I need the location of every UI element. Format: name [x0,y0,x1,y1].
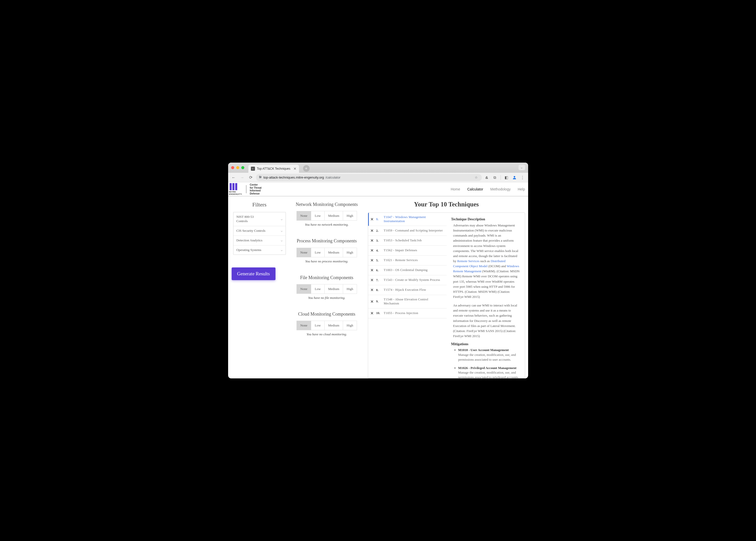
remove-technique-icon[interactable]: ✕ [370,299,374,304]
level-button-none[interactable]: None [297,211,311,220]
level-button-none[interactable]: None [297,248,311,257]
extensions-icon[interactable]: ⧉ [492,174,499,181]
nav-home[interactable]: Home [451,187,460,191]
link-remote-services[interactable]: Remote Services [457,259,480,263]
filters-title: Filters [233,201,286,208]
technique-name: T1053 - Scheduled Task/Job [384,239,445,243]
remove-technique-icon[interactable]: ✕ [370,258,374,263]
level-button-high[interactable]: High [343,284,357,293]
tab-close-icon[interactable]: ✕ [293,167,296,171]
nav-reload-icon[interactable]: ⟳ [247,174,254,181]
remove-technique-icon[interactable]: ✕ [370,238,374,243]
technique-row[interactable]: ✕9.T1548 - Abuse Elevation Control Mecha… [368,295,447,308]
component-title: Cloud Monitoring Components [291,311,362,317]
technique-rank: 4. [376,249,382,253]
remove-technique-icon[interactable]: ✕ [370,217,374,222]
remove-technique-icon[interactable]: ✕ [370,278,374,282]
technique-rank: 1. [376,217,382,221]
technique-name: T1562 - Impair Defenses [384,249,445,253]
filter-cis[interactable]: CIS Security Controls ⌵ [233,226,286,236]
svg-point-3 [259,176,260,177]
level-button-high[interactable]: High [343,211,357,220]
side-panel-icon[interactable]: ◧ [503,174,510,181]
technique-row[interactable]: ✕3.T1053 - Scheduled Task/Job [368,236,447,246]
component-title: Process Monitoring Components [291,238,362,244]
filter-os[interactable]: Operating Systems ⌵ [233,246,286,255]
logo-area[interactable]: MITREENGENUITY. Center for Threat Inform… [229,183,262,195]
filter-label: Detection Analytics [236,238,262,243]
level-button-low[interactable]: Low [311,284,325,293]
technique-row[interactable]: ✕5.T1021 - Remote Services [368,256,447,266]
technique-row[interactable]: ✕2.T1059 - Command and Scripting Interpr… [368,226,447,236]
url-bar: ← → ⟳ top-attack-techniques.mitre-engenu… [228,173,528,182]
level-button-high[interactable]: High [343,321,357,330]
technique-rank: 2. [376,229,382,233]
component-section: Cloud Monitoring ComponentsNoneLowMedium… [291,311,362,336]
extension-amp-icon[interactable]: & [483,174,491,181]
tab-favicon: ≡ [251,167,255,171]
bookmark-star-icon[interactable]: ☆ [475,176,478,179]
remove-technique-icon[interactable]: ✕ [370,248,374,253]
level-button-none[interactable]: None [297,284,311,293]
technique-name: T1021 - Remote Services [384,259,445,263]
profile-avatar-icon[interactable] [511,174,518,181]
filter-detection[interactable]: Detection Analytics ⌵ [233,236,286,246]
level-button-low[interactable]: Low [311,248,325,257]
nav-back-icon[interactable]: ← [230,174,237,181]
level-button-group: NoneLowMediumHigh [296,284,357,294]
component-section: File Monitoring ComponentsNoneLowMediumH… [291,274,362,300]
level-button-medium[interactable]: Medium [325,321,343,330]
technique-row[interactable]: ✕4.T1562 - Impair Defenses [368,246,447,256]
level-button-none[interactable]: None [297,321,311,330]
generate-results-button[interactable]: Generate Results [232,268,275,280]
level-button-medium[interactable]: Medium [325,211,343,220]
address-bar[interactable]: top-attack-techniques.mitre-engenuity.or… [256,174,482,181]
chevron-down-icon: ⌵ [281,248,282,252]
component-caption: You have no file monitoring. [291,296,362,300]
technique-row[interactable]: ✕6.T1003 - OS Credential Dumping [368,266,447,275]
component-caption: You have no cloud monitoring. [291,332,362,336]
level-button-low[interactable]: Low [311,321,325,330]
technique-rank: 9. [376,299,382,303]
url-path: /calculator [325,176,340,179]
mitigation-body: Manage the creation, modification, use, … [458,353,516,361]
logo-divider [246,185,246,193]
filter-nist[interactable]: NIST 800-53 Controls ⌵ [233,212,286,226]
technique-row[interactable]: ✕1.T1047 - Windows Management Instrument… [368,213,447,226]
nav-methodology[interactable]: Methodology [491,187,511,191]
nav-forward-icon[interactable]: → [239,174,246,181]
level-button-medium[interactable]: Medium [325,284,343,293]
remove-technique-icon[interactable]: ✕ [370,311,374,315]
remove-technique-icon[interactable]: ✕ [370,229,374,233]
nav-calculator[interactable]: Calculator [467,187,483,191]
window-maximize[interactable] [241,166,244,169]
tabs-dropdown-icon[interactable]: ⌵ [519,165,525,170]
browser-tab[interactable]: ≡ Top ATT&CK Techniques ✕ [248,165,299,173]
mitigation-item: M1018 - User Account ManagementManage th… [458,348,520,362]
level-button-high[interactable]: High [343,248,357,257]
svg-point-5 [259,178,260,178]
toolbar-divider [501,175,501,180]
menu-dots-icon[interactable]: ⋮ [519,174,526,181]
technique-name: T1055 - Process Injection [384,311,445,315]
mitigation-body: Manage the creation, modification, use, … [458,370,519,378]
remove-technique-icon[interactable]: ✕ [370,268,374,272]
mitigation-head: M1018 - User Account Management [458,348,520,352]
browser-window: ≡ Top ATT&CK Techniques ✕ + ⌵ ← → ⟳ top-… [228,163,528,378]
detail-paragraph-2: An adversary can use WMI to interact wit… [451,303,520,339]
technique-row[interactable]: ✕8.T1574 - Hijack Execution Flow [368,285,447,295]
detail-heading: Technique Description [451,217,520,222]
window-minimize[interactable] [236,166,239,169]
technique-row[interactable]: ✕10.T1055 - Process Injection [368,308,447,318]
site-tune-icon[interactable] [258,175,262,180]
level-button-low[interactable]: Low [311,211,325,220]
technique-rank: 8. [376,288,382,292]
mitre-logo-icon [229,183,242,190]
level-button-medium[interactable]: Medium [325,248,343,257]
new-tab-button[interactable]: + [303,165,310,172]
nav-help[interactable]: Help [518,187,525,191]
remove-technique-icon[interactable]: ✕ [370,288,374,292]
window-close[interactable] [231,166,234,169]
technique-row[interactable]: ✕7.T1543 - Create or Modify System Proce… [368,275,447,285]
titlebar: ≡ Top ATT&CK Techniques ✕ + ⌵ [228,163,528,173]
